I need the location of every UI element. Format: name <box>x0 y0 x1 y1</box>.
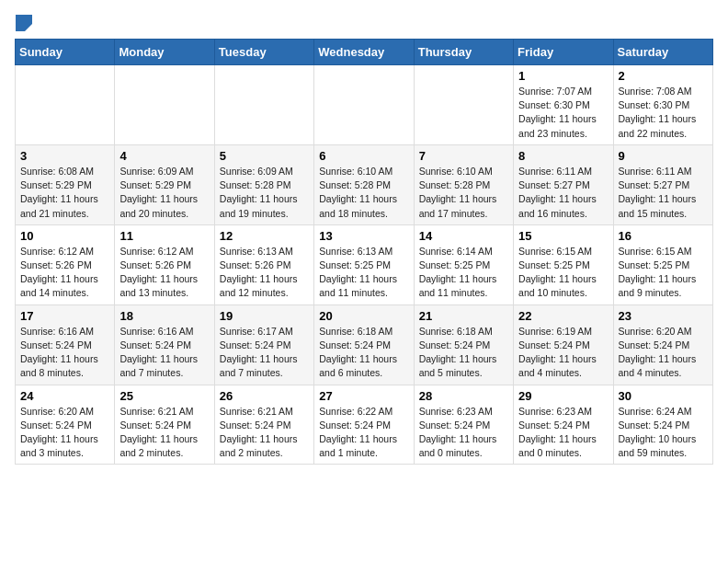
day-number: 24 <box>20 389 109 403</box>
calendar-cell <box>314 65 414 145</box>
day-info: Sunrise: 6:24 AMSunset: 5:24 PMDaylight:… <box>619 405 708 461</box>
day-number: 19 <box>220 309 309 323</box>
day-info: Sunrise: 6:16 AMSunset: 5:24 PMDaylight:… <box>20 325 109 381</box>
day-number: 10 <box>20 229 109 243</box>
calendar-cell <box>115 65 214 145</box>
calendar-cell: 29Sunrise: 6:23 AMSunset: 5:24 PMDayligh… <box>514 385 613 465</box>
calendar-cell: 30Sunrise: 6:24 AMSunset: 5:24 PMDayligh… <box>613 385 712 465</box>
day-info: Sunrise: 6:15 AMSunset: 5:25 PMDaylight:… <box>518 245 608 301</box>
day-info: Sunrise: 6:11 AMSunset: 5:27 PMDaylight:… <box>619 165 708 221</box>
calendar-cell: 5Sunrise: 6:09 AMSunset: 5:28 PMDaylight… <box>214 144 313 224</box>
calendar-cell: 26Sunrise: 6:21 AMSunset: 5:24 PMDayligh… <box>214 385 313 465</box>
calendar: SundayMondayTuesdayWednesdayThursdayFrid… <box>15 39 713 465</box>
day-info: Sunrise: 6:19 AMSunset: 5:24 PMDaylight:… <box>518 325 608 381</box>
day-number: 16 <box>619 229 708 243</box>
weekday-header-sunday: Sunday <box>16 40 115 65</box>
day-number: 11 <box>119 229 209 243</box>
day-number: 12 <box>220 229 309 243</box>
logo <box>15 15 32 31</box>
day-number: 22 <box>518 309 608 323</box>
day-number: 1 <box>518 69 608 83</box>
day-number: 9 <box>619 149 708 163</box>
day-info: Sunrise: 6:18 AMSunset: 5:24 PMDaylight:… <box>319 325 408 381</box>
day-number: 27 <box>319 389 408 403</box>
day-info: Sunrise: 6:09 AMSunset: 5:29 PMDaylight:… <box>119 165 209 221</box>
day-number: 8 <box>518 149 608 163</box>
day-number: 30 <box>619 389 708 403</box>
day-number: 6 <box>319 149 408 163</box>
calendar-cell: 9Sunrise: 6:11 AMSunset: 5:27 PMDaylight… <box>613 144 712 224</box>
calendar-cell <box>414 65 513 145</box>
day-number: 4 <box>119 149 209 163</box>
day-info: Sunrise: 6:10 AMSunset: 5:28 PMDaylight:… <box>319 165 408 221</box>
day-info: Sunrise: 6:16 AMSunset: 5:24 PMDaylight:… <box>119 325 209 381</box>
calendar-cell: 4Sunrise: 6:09 AMSunset: 5:29 PMDaylight… <box>115 144 214 224</box>
calendar-cell: 15Sunrise: 6:15 AMSunset: 5:25 PMDayligh… <box>514 224 613 304</box>
calendar-cell <box>16 65 115 145</box>
day-number: 5 <box>220 149 309 163</box>
day-info: Sunrise: 6:13 AMSunset: 5:25 PMDaylight:… <box>319 245 408 301</box>
calendar-cell: 13Sunrise: 6:13 AMSunset: 5:25 PMDayligh… <box>314 224 414 304</box>
weekday-header-monday: Monday <box>115 40 214 65</box>
day-info: Sunrise: 6:23 AMSunset: 5:24 PMDaylight:… <box>518 405 608 461</box>
calendar-cell: 19Sunrise: 6:17 AMSunset: 5:24 PMDayligh… <box>214 304 313 385</box>
day-info: Sunrise: 6:15 AMSunset: 5:25 PMDaylight:… <box>619 245 708 301</box>
svg-marker-0 <box>16 15 32 31</box>
day-info: Sunrise: 6:17 AMSunset: 5:24 PMDaylight:… <box>220 325 309 381</box>
calendar-cell: 2Sunrise: 7:08 AMSunset: 6:30 PMDaylight… <box>613 65 712 145</box>
calendar-cell: 20Sunrise: 6:18 AMSunset: 5:24 PMDayligh… <box>314 304 414 385</box>
calendar-cell: 3Sunrise: 6:08 AMSunset: 5:29 PMDaylight… <box>16 144 115 224</box>
day-number: 20 <box>319 309 408 323</box>
day-number: 2 <box>619 69 708 83</box>
day-info: Sunrise: 6:14 AMSunset: 5:25 PMDaylight:… <box>419 245 508 301</box>
weekday-header-thursday: Thursday <box>414 40 513 65</box>
calendar-cell: 27Sunrise: 6:22 AMSunset: 5:24 PMDayligh… <box>314 385 414 465</box>
day-info: Sunrise: 6:12 AMSunset: 5:26 PMDaylight:… <box>119 245 209 301</box>
day-info: Sunrise: 6:21 AMSunset: 5:24 PMDaylight:… <box>220 405 309 461</box>
weekday-header-tuesday: Tuesday <box>214 40 313 65</box>
calendar-cell: 22Sunrise: 6:19 AMSunset: 5:24 PMDayligh… <box>514 304 613 385</box>
calendar-cell: 18Sunrise: 6:16 AMSunset: 5:24 PMDayligh… <box>115 304 214 385</box>
calendar-cell: 23Sunrise: 6:20 AMSunset: 5:24 PMDayligh… <box>613 304 712 385</box>
day-info: Sunrise: 6:09 AMSunset: 5:28 PMDaylight:… <box>220 165 309 221</box>
logo-triangle-icon <box>16 15 32 31</box>
day-info: Sunrise: 6:23 AMSunset: 5:24 PMDaylight:… <box>419 405 508 461</box>
day-info: Sunrise: 6:10 AMSunset: 5:28 PMDaylight:… <box>419 165 508 221</box>
day-info: Sunrise: 6:20 AMSunset: 5:24 PMDaylight:… <box>619 325 708 381</box>
calendar-cell: 25Sunrise: 6:21 AMSunset: 5:24 PMDayligh… <box>115 385 214 465</box>
calendar-cell: 14Sunrise: 6:14 AMSunset: 5:25 PMDayligh… <box>414 224 513 304</box>
day-number: 3 <box>20 149 109 163</box>
day-number: 28 <box>419 389 508 403</box>
calendar-cell: 6Sunrise: 6:10 AMSunset: 5:28 PMDaylight… <box>314 144 414 224</box>
day-number: 25 <box>119 389 209 403</box>
calendar-cell: 7Sunrise: 6:10 AMSunset: 5:28 PMDaylight… <box>414 144 513 224</box>
calendar-cell: 24Sunrise: 6:20 AMSunset: 5:24 PMDayligh… <box>16 385 115 465</box>
calendar-cell: 1Sunrise: 7:07 AMSunset: 6:30 PMDaylight… <box>514 65 613 145</box>
day-info: Sunrise: 6:22 AMSunset: 5:24 PMDaylight:… <box>319 405 408 461</box>
day-info: Sunrise: 6:08 AMSunset: 5:29 PMDaylight:… <box>20 165 109 221</box>
calendar-cell: 21Sunrise: 6:18 AMSunset: 5:24 PMDayligh… <box>414 304 513 385</box>
weekday-header-friday: Friday <box>514 40 613 65</box>
day-info: Sunrise: 6:11 AMSunset: 5:27 PMDaylight:… <box>518 165 608 221</box>
calendar-cell: 8Sunrise: 6:11 AMSunset: 5:27 PMDaylight… <box>514 144 613 224</box>
day-info: Sunrise: 6:20 AMSunset: 5:24 PMDaylight:… <box>20 405 109 461</box>
header <box>15 15 713 31</box>
day-number: 18 <box>119 309 209 323</box>
day-number: 15 <box>518 229 608 243</box>
day-number: 7 <box>419 149 508 163</box>
day-info: Sunrise: 6:21 AMSunset: 5:24 PMDaylight:… <box>119 405 209 461</box>
day-info: Sunrise: 7:07 AMSunset: 6:30 PMDaylight:… <box>518 85 608 141</box>
day-info: Sunrise: 6:13 AMSunset: 5:26 PMDaylight:… <box>220 245 309 301</box>
day-number: 29 <box>518 389 608 403</box>
day-number: 23 <box>619 309 708 323</box>
day-number: 13 <box>319 229 408 243</box>
day-info: Sunrise: 6:18 AMSunset: 5:24 PMDaylight:… <box>419 325 508 381</box>
day-info: Sunrise: 7:08 AMSunset: 6:30 PMDaylight:… <box>619 85 708 141</box>
calendar-cell <box>214 65 313 145</box>
day-number: 21 <box>419 309 508 323</box>
weekday-header-saturday: Saturday <box>613 40 712 65</box>
calendar-cell: 28Sunrise: 6:23 AMSunset: 5:24 PMDayligh… <box>414 385 513 465</box>
day-number: 17 <box>20 309 109 323</box>
day-number: 26 <box>220 389 309 403</box>
calendar-cell: 12Sunrise: 6:13 AMSunset: 5:26 PMDayligh… <box>214 224 313 304</box>
